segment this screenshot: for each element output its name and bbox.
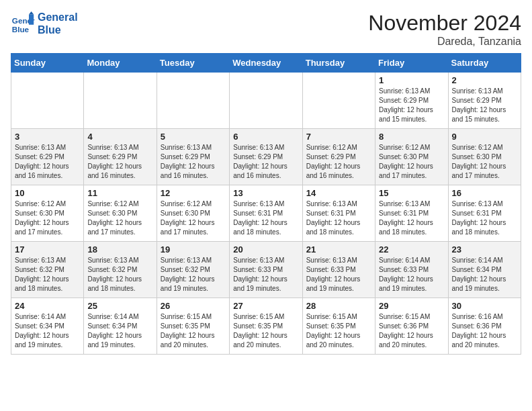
day-info: Sunrise: 6:12 AM Sunset: 6:30 PM Dayligh… [379,143,444,181]
calendar-cell: 9Sunrise: 6:12 AM Sunset: 6:30 PM Daylig… [448,129,521,185]
header: General Blue General Blue November 2024 … [11,11,521,48]
calendar-cell [230,73,302,129]
calendar-cell: 5Sunrise: 6:13 AM Sunset: 6:29 PM Daylig… [157,129,229,185]
day-header-tuesday: Tuesday [157,54,229,73]
day-info: Sunrise: 6:13 AM Sunset: 6:31 PM Dayligh… [233,199,298,237]
day-header-saturday: Saturday [448,54,521,73]
day-header-sunday: Sunday [11,54,84,73]
day-number: 17 [15,244,80,255]
day-number: 24 [15,301,80,311]
day-header-thursday: Thursday [302,54,375,73]
calendar-cell: 30Sunrise: 6:16 AM Sunset: 6:36 PM Dayli… [448,298,521,355]
day-number: 18 [87,244,152,255]
calendar-week-3: 10Sunrise: 6:12 AM Sunset: 6:30 PM Dayli… [11,185,521,242]
calendar-cell: 24Sunrise: 6:14 AM Sunset: 6:34 PM Dayli… [11,298,84,355]
day-number: 6 [233,132,298,142]
calendar-cell: 28Sunrise: 6:15 AM Sunset: 6:35 PM Dayli… [302,298,375,355]
svg-text:Blue: Blue [12,25,30,34]
calendar-header: SundayMondayTuesdayWednesdayThursdayFrid… [11,54,521,73]
day-info: Sunrise: 6:14 AM Sunset: 6:34 PM Dayligh… [87,312,152,350]
day-info: Sunrise: 6:13 AM Sunset: 6:29 PM Dayligh… [452,87,517,124]
calendar-cell: 12Sunrise: 6:12 AM Sunset: 6:30 PM Dayli… [157,185,229,242]
calendar-week-2: 3Sunrise: 6:13 AM Sunset: 6:29 PM Daylig… [11,129,521,185]
day-info: Sunrise: 6:14 AM Sunset: 6:34 PM Dayligh… [15,312,80,350]
calendar-cell: 16Sunrise: 6:13 AM Sunset: 6:31 PM Dayli… [448,185,521,242]
day-info: Sunrise: 6:13 AM Sunset: 6:31 PM Dayligh… [379,199,444,237]
day-header-monday: Monday [84,54,157,73]
day-info: Sunrise: 6:14 AM Sunset: 6:33 PM Dayligh… [379,256,444,293]
day-number: 15 [379,188,444,198]
calendar-cell: 3Sunrise: 6:13 AM Sunset: 6:29 PM Daylig… [11,129,84,185]
calendar-cell: 11Sunrise: 6:12 AM Sunset: 6:30 PM Dayli… [84,185,157,242]
calendar-cell: 13Sunrise: 6:13 AM Sunset: 6:31 PM Dayli… [230,185,302,242]
calendar-cell [157,73,229,129]
day-number: 2 [452,75,517,85]
day-number: 27 [233,301,298,311]
logo-general: General [38,11,78,24]
day-info: Sunrise: 6:12 AM Sunset: 6:30 PM Dayligh… [161,199,226,237]
day-number: 16 [452,188,517,198]
day-info: Sunrise: 6:13 AM Sunset: 6:29 PM Dayligh… [87,143,152,181]
calendar-cell: 21Sunrise: 6:13 AM Sunset: 6:33 PM Dayli… [302,242,375,298]
day-info: Sunrise: 6:13 AM Sunset: 6:29 PM Dayligh… [379,87,444,124]
day-header-wednesday: Wednesday [230,54,302,73]
day-info: Sunrise: 6:15 AM Sunset: 6:35 PM Dayligh… [233,312,298,350]
logo: General Blue General Blue [11,11,78,36]
day-number: 8 [379,132,444,142]
day-info: Sunrise: 6:12 AM Sunset: 6:30 PM Dayligh… [15,199,80,237]
svg-marker-3 [29,11,34,15]
day-info: Sunrise: 6:12 AM Sunset: 6:30 PM Dayligh… [452,143,517,181]
day-info: Sunrise: 6:13 AM Sunset: 6:29 PM Dayligh… [161,143,226,181]
calendar-week-1: 1Sunrise: 6:13 AM Sunset: 6:29 PM Daylig… [11,73,521,129]
day-info: Sunrise: 6:13 AM Sunset: 6:31 PM Dayligh… [306,199,371,237]
calendar-cell: 8Sunrise: 6:12 AM Sunset: 6:30 PM Daylig… [375,129,448,185]
day-info: Sunrise: 6:15 AM Sunset: 6:35 PM Dayligh… [161,312,226,350]
day-number: 13 [233,188,298,198]
calendar-cell: 2Sunrise: 6:13 AM Sunset: 6:29 PM Daylig… [448,73,521,129]
calendar-cell: 1Sunrise: 6:13 AM Sunset: 6:29 PM Daylig… [375,73,448,129]
day-header-friday: Friday [375,54,448,73]
logo-blue: Blue [38,24,78,36]
day-number: 28 [306,301,371,311]
day-number: 1 [379,75,444,85]
day-number: 11 [87,188,152,198]
calendar-cell: 18Sunrise: 6:13 AM Sunset: 6:32 PM Dayli… [84,242,157,298]
logo-icon: General Blue [11,11,35,36]
calendar-cell: 17Sunrise: 6:13 AM Sunset: 6:32 PM Dayli… [11,242,84,298]
day-info: Sunrise: 6:13 AM Sunset: 6:32 PM Dayligh… [161,256,226,293]
calendar-cell: 23Sunrise: 6:14 AM Sunset: 6:34 PM Dayli… [448,242,521,298]
svg-marker-2 [29,15,34,25]
day-number: 25 [87,301,152,311]
day-number: 29 [379,301,444,311]
day-number: 22 [379,244,444,255]
calendar-cell [84,73,157,129]
calendar-cell: 20Sunrise: 6:13 AM Sunset: 6:33 PM Dayli… [230,242,302,298]
day-number: 5 [161,132,226,142]
location: Dareda, Tanzania [368,36,521,48]
calendar-cell: 26Sunrise: 6:15 AM Sunset: 6:35 PM Dayli… [157,298,229,355]
day-number: 12 [161,188,226,198]
calendar-cell: 6Sunrise: 6:13 AM Sunset: 6:29 PM Daylig… [230,129,302,185]
calendar-cell: 19Sunrise: 6:13 AM Sunset: 6:32 PM Dayli… [157,242,229,298]
day-number: 30 [452,301,517,311]
day-number: 7 [306,132,371,142]
calendar-week-5: 24Sunrise: 6:14 AM Sunset: 6:34 PM Dayli… [11,298,521,355]
day-number: 26 [161,301,226,311]
day-info: Sunrise: 6:13 AM Sunset: 6:31 PM Dayligh… [452,199,517,237]
day-number: 19 [161,244,226,255]
day-number: 21 [306,244,371,255]
calendar-cell: 14Sunrise: 6:13 AM Sunset: 6:31 PM Dayli… [302,185,375,242]
day-info: Sunrise: 6:13 AM Sunset: 6:29 PM Dayligh… [15,143,80,181]
day-info: Sunrise: 6:14 AM Sunset: 6:34 PM Dayligh… [452,256,517,293]
day-info: Sunrise: 6:15 AM Sunset: 6:36 PM Dayligh… [379,312,444,350]
day-info: Sunrise: 6:12 AM Sunset: 6:30 PM Dayligh… [87,199,152,237]
calendar-cell: 22Sunrise: 6:14 AM Sunset: 6:33 PM Dayli… [375,242,448,298]
day-number: 14 [306,188,371,198]
calendar-cell: 7Sunrise: 6:12 AM Sunset: 6:29 PM Daylig… [302,129,375,185]
calendar-cell: 27Sunrise: 6:15 AM Sunset: 6:35 PM Dayli… [230,298,302,355]
calendar-cell [302,73,375,129]
day-number: 20 [233,244,298,255]
day-info: Sunrise: 6:12 AM Sunset: 6:29 PM Dayligh… [306,143,371,181]
calendar-cell: 25Sunrise: 6:14 AM Sunset: 6:34 PM Dayli… [84,298,157,355]
day-number: 9 [452,132,517,142]
